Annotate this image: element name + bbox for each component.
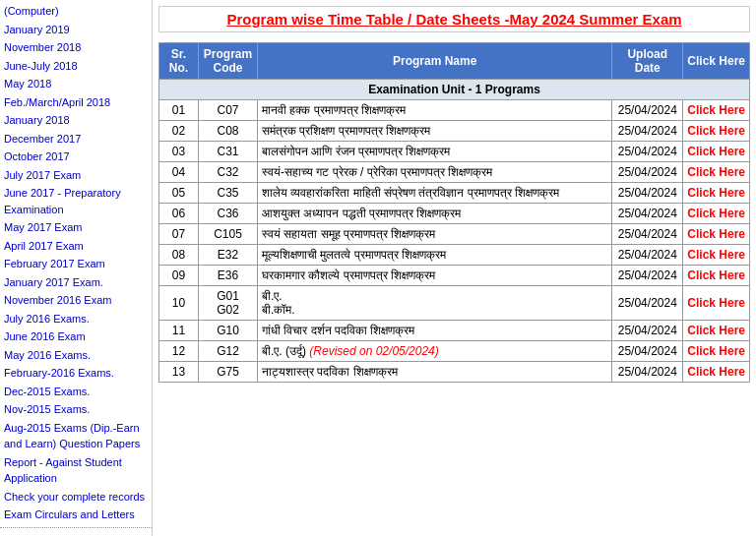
prog-name: आशयुक्त अध्यापन पद्धती प्रमाणपत्र शिक्षण…	[258, 204, 612, 224]
click-here-link[interactable]: Click Here	[687, 268, 745, 282]
prog-code: C07	[199, 100, 258, 121]
table-row: 06 C36 आशयुक्त अध्यापन पद्धती प्रमाणपत्र…	[159, 204, 750, 224]
sidebar-item-jun2016exam[interactable]: June 2016 Exam	[0, 328, 152, 346]
section-header-label: Examination Unit - 1 Programs	[159, 80, 750, 100]
upload-date: 25/04/2024	[612, 245, 683, 266]
click-here-cell[interactable]: Click Here	[683, 183, 750, 204]
sidebar-item-report-student[interactable]: Report - Against Student Application	[0, 453, 152, 488]
prog-name: नाट्यशास्त्र पदविका शिक्षणक्रम	[258, 362, 612, 383]
click-here-link[interactable]: Click Here	[687, 324, 745, 337]
prog-name: समंत्रक प्रशिक्षण प्रमाणपत्र शिक्षणक्रम	[258, 121, 612, 142]
prog-name: मूल्यशिक्षणाची मुलतत्वे प्रमाणपत्र शिक्ष…	[258, 245, 612, 266]
click-here-cell[interactable]: Click Here	[683, 341, 750, 362]
upload-date: 25/04/2024	[612, 121, 683, 142]
sidebar-item-apr2017exam[interactable]: April 2017 Exam	[0, 237, 152, 256]
sidebar-item-check-records[interactable]: Check your complete records	[0, 488, 152, 506]
revised-note: (Revised on 02/05/2024)	[309, 344, 438, 358]
sidebar-item-nov2018[interactable]: November 2018	[0, 38, 152, 57]
col-header-code: Program Code	[199, 43, 258, 80]
table-row: 08 E32 मूल्यशिक्षणाची मुलतत्वे प्रमाणपत्…	[159, 245, 750, 266]
click-here-cell[interactable]: Click Here	[683, 362, 750, 383]
sr-no: 11	[159, 321, 199, 341]
sidebar-item-nov2016exam[interactable]: November 2016 Exam	[0, 291, 152, 310]
click-here-cell[interactable]: Click Here	[683, 245, 750, 266]
sr-no: 01	[159, 100, 199, 121]
sidebar-item-jul2017exam[interactable]: July 2017 Exam	[0, 166, 152, 185]
prog-name: बी.ए. (उर्दू) (Revised on 02/05/2024)	[258, 341, 612, 362]
table-row: 10 G01G02 बी.ए.बी.कॉम. 25/04/2024 Click …	[159, 286, 750, 321]
sr-no: 03	[159, 142, 199, 162]
click-here-link[interactable]: Click Here	[687, 227, 745, 241]
sidebar-item-may2018[interactable]: May 2018	[0, 75, 152, 93]
sidebar-item-exam-circulars[interactable]: Exam Circulars and Letters	[0, 506, 152, 524]
click-here-link[interactable]: Click Here	[687, 365, 745, 379]
table-row: 11 G10 गांधी विचार दर्शन पदविका शिक्षणक्…	[159, 321, 750, 341]
prog-code: G10	[199, 321, 258, 341]
sr-no: 12	[159, 341, 199, 362]
prog-code: G75	[199, 362, 258, 383]
click-here-link[interactable]: Click Here	[687, 124, 745, 138]
table-row: 03 C31 बालसंगोपन आणि रंजन प्रमाणपत्र शिक…	[159, 142, 750, 162]
click-here-cell[interactable]: Click Here	[683, 204, 750, 224]
sidebar-item-jan2019[interactable]: January 2019	[0, 21, 152, 39]
sidebar-item-jan2018[interactable]: January 2018	[0, 111, 152, 130]
sidebar-item-jul2016exams[interactable]: July 2016 Exams.	[0, 310, 152, 328]
sidebar-divider-1	[0, 527, 152, 528]
table-row: 07 C105 स्वयं सहायता समूह प्रमाणपत्र शिक…	[159, 224, 750, 245]
upload-date: 25/04/2024	[612, 286, 683, 321]
prog-name: गांधी विचार दर्शन पदविका शिक्षणक्रम	[258, 321, 612, 341]
sidebar-item-june2017prep[interactable]: June 2017 - Preparatory Examination	[0, 184, 152, 218]
table-row: 12 G12 बी.ए. (उर्दू) (Revised on 02/05/2…	[159, 341, 750, 362]
click-here-cell[interactable]: Click Here	[683, 266, 750, 286]
sr-no: 04	[159, 162, 199, 183]
click-here-link[interactable]: Click Here	[687, 344, 745, 358]
prog-code: E32	[199, 245, 258, 266]
click-here-cell[interactable]: Click Here	[683, 286, 750, 321]
prog-code: G12	[199, 341, 258, 362]
col-header-name: Program Name	[258, 43, 612, 80]
sidebar-item-dec2017[interactable]: December 2017	[0, 130, 152, 149]
sr-no: 07	[159, 224, 199, 245]
click-here-link[interactable]: Click Here	[687, 186, 745, 200]
click-here-cell[interactable]: Click Here	[683, 224, 750, 245]
sidebar-item-aug2015exams[interactable]: Aug-2015 Exams (Dip.-Earn and Learn) Que…	[0, 419, 152, 453]
prog-name: बालसंगोपन आणि रंजन प्रमाणपत्र शिक्षणक्रम	[258, 142, 612, 162]
section-header-row: Examination Unit - 1 Programs	[159, 80, 750, 100]
sr-no: 13	[159, 362, 199, 383]
click-here-link[interactable]: Click Here	[687, 296, 745, 310]
sidebar-item-dec2015exams[interactable]: Dec-2015 Exams.	[0, 383, 152, 401]
sidebar-item-computer[interactable]: (Computer)	[0, 2, 152, 21]
click-here-link[interactable]: Click Here	[687, 145, 745, 158]
sidebar-item-jan2017exam[interactable]: January 2017 Exam.	[0, 273, 152, 292]
table-row: 04 C32 स्वयं-सहाच्य गट प्रेरक / प्रेरिका…	[159, 162, 750, 183]
sidebar-item-febmarapril2018[interactable]: Feb./March/April 2018	[0, 93, 152, 112]
upload-date: 25/04/2024	[612, 142, 683, 162]
click-here-cell[interactable]: Click Here	[683, 100, 750, 121]
click-here-cell[interactable]: Click Here	[683, 321, 750, 341]
sidebar-item-feb2016exams[interactable]: February-2016 Exams.	[0, 364, 152, 383]
click-here-link[interactable]: Click Here	[687, 248, 745, 262]
upload-date: 25/04/2024	[612, 266, 683, 286]
click-here-cell[interactable]: Click Here	[683, 121, 750, 142]
sidebar-item-nov2015exams[interactable]: Nov-2015 Exams.	[0, 400, 152, 419]
sidebar-item-may2017exam[interactable]: May 2017 Exam	[0, 218, 152, 237]
prog-code: C08	[199, 121, 258, 142]
sidebar-item-junejuly2018[interactable]: June-July 2018	[0, 57, 152, 76]
table-row: 01 C07 मानवी हक्क प्रमाणपत्र शिक्षणक्रम …	[159, 100, 750, 121]
sidebar-item-humanities[interactable]: School of Humanities & Social Sciences	[0, 531, 152, 537]
click-here-cell[interactable]: Click Here	[683, 142, 750, 162]
prog-name: बी.ए.बी.कॉम.	[258, 286, 612, 321]
sidebar-item-may2016exams[interactable]: May 2016 Exams.	[0, 346, 152, 365]
prog-name: स्वयं सहायता समूह प्रमाणपत्र शिक्षणक्रम	[258, 224, 612, 245]
table-row: 02 C08 समंत्रक प्रशिक्षण प्रमाणपत्र शिक्…	[159, 121, 750, 142]
sidebar-item-oct2017[interactable]: October 2017	[0, 148, 152, 166]
click-here-link[interactable]: Click Here	[687, 207, 745, 220]
sidebar-item-feb2017exam[interactable]: February 2017 Exam	[0, 255, 152, 273]
click-here-link[interactable]: Click Here	[687, 103, 745, 117]
sr-no: 10	[159, 286, 199, 321]
click-here-link[interactable]: Click Here	[687, 165, 745, 179]
table-row: 05 C35 शालेय व्यवहारांकरिता माहिती संप्र…	[159, 183, 750, 204]
timetable: Sr. No. Program Code Program Name Upload…	[158, 42, 750, 383]
click-here-cell[interactable]: Click Here	[683, 162, 750, 183]
sr-no: 05	[159, 183, 199, 204]
